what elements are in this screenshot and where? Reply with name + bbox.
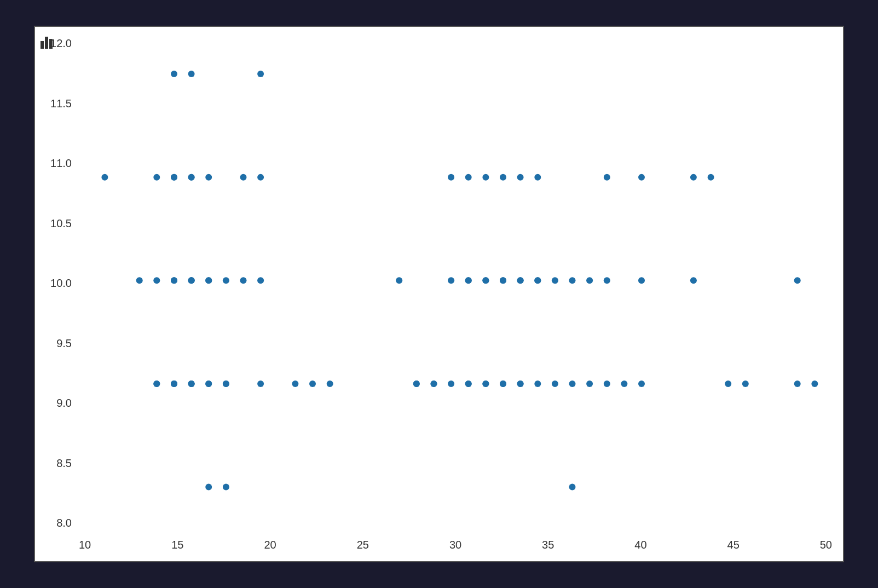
scatter-dot xyxy=(257,71,264,77)
scatter-dot xyxy=(240,174,247,181)
x-label-50: 50 xyxy=(820,539,832,551)
scatter-dot xyxy=(240,277,247,284)
x-label-45: 45 xyxy=(727,539,740,551)
scatter-dot xyxy=(465,174,472,181)
scatter-dot xyxy=(223,484,229,491)
scatter-dot xyxy=(794,381,801,387)
scatter-dot xyxy=(101,174,108,181)
scatter-dot xyxy=(517,174,524,181)
scatter-dot xyxy=(465,381,472,387)
scatter-dot xyxy=(223,277,229,284)
scatter-dot xyxy=(482,174,489,181)
x-label-40: 40 xyxy=(634,539,646,551)
x-label-10: 10 xyxy=(79,539,91,551)
scatter-dot xyxy=(205,484,212,491)
scatter-dot xyxy=(188,381,195,387)
scatter-dot xyxy=(448,174,454,181)
scatter-dot xyxy=(794,277,801,284)
scatter-dot xyxy=(500,381,506,387)
scatter-dot xyxy=(153,381,160,387)
scatter-dot xyxy=(413,381,420,387)
scatter-dot xyxy=(188,71,195,77)
scatter-dot xyxy=(292,381,298,387)
scatter-dot xyxy=(500,277,506,284)
scatter-dot xyxy=(569,277,576,284)
scatter-dot xyxy=(448,381,454,387)
scatter-dot xyxy=(257,381,264,387)
scatter-dot xyxy=(604,277,610,284)
scatter-dot xyxy=(171,174,177,181)
scatter-dot xyxy=(188,174,195,181)
scatter-dot xyxy=(223,381,229,387)
x-axis: 10 15 20 25 30 35 40 45 50 xyxy=(79,534,832,556)
scatter-dot xyxy=(171,381,177,387)
scatter-dot xyxy=(552,381,558,387)
x-label-25: 25 xyxy=(357,539,369,551)
x-label-20: 20 xyxy=(264,539,276,551)
scatter-dot xyxy=(205,277,212,284)
x-label-30: 30 xyxy=(449,539,461,551)
scatter-dot xyxy=(586,381,593,387)
y-label-11: 11.0 xyxy=(50,158,72,169)
y-label-9-5: 9.5 xyxy=(56,338,72,349)
scatter-dot xyxy=(621,381,627,387)
scatter-dot xyxy=(517,277,524,284)
scatter-dot xyxy=(396,277,402,284)
scatter-dot xyxy=(638,381,645,387)
scatter-dot xyxy=(690,277,697,284)
scatter-dot xyxy=(448,277,454,284)
scatter-dot xyxy=(534,277,541,284)
y-label-12: 12.0 xyxy=(50,38,72,49)
scatter-dot xyxy=(604,174,610,181)
scatter-dot xyxy=(569,484,576,491)
scatter-dot xyxy=(517,381,524,387)
scatter-dot xyxy=(431,381,437,387)
scatter-dot xyxy=(482,381,489,387)
y-label-8: 8.0 xyxy=(56,517,72,528)
scatter-dot xyxy=(604,381,610,387)
y-label-9: 9.0 xyxy=(56,397,72,408)
scatter-dot xyxy=(309,381,316,387)
scatter-dot xyxy=(569,381,576,387)
scatter-dot xyxy=(708,174,714,181)
chart-container: 12.0 11.5 11.0 10.5 10.0 9.5 9.0 8.5 8.0… xyxy=(34,26,844,562)
scatter-dot xyxy=(638,174,645,181)
scatter-dot xyxy=(136,277,143,284)
scatter-dot xyxy=(188,277,195,284)
scatter-dot xyxy=(690,174,697,181)
scatter-dot xyxy=(257,174,264,181)
scatter-dot xyxy=(153,174,160,181)
y-label-10-5: 10.5 xyxy=(50,218,72,229)
scatter-dot xyxy=(552,277,558,284)
scatter-dot xyxy=(638,277,645,284)
y-label-8-5: 8.5 xyxy=(56,458,72,469)
scatter-dot xyxy=(171,71,177,77)
scatter-dot xyxy=(465,277,472,284)
plot-area xyxy=(79,38,832,528)
y-label-11-5: 11.5 xyxy=(50,98,72,109)
scatter-dot xyxy=(725,381,731,387)
x-label-15: 15 xyxy=(171,539,183,551)
scatter-plot xyxy=(79,38,832,528)
scatter-dot xyxy=(327,381,333,387)
y-label-10: 10.0 xyxy=(50,278,72,289)
scatter-dot xyxy=(534,174,541,181)
y-axis: 12.0 11.5 11.0 10.5 10.0 9.5 9.0 8.5 8.0 xyxy=(35,38,76,528)
scatter-dot xyxy=(153,277,160,284)
scatter-dot xyxy=(205,174,212,181)
scatter-dot xyxy=(482,277,489,284)
scatter-dot xyxy=(205,381,212,387)
scatter-dot xyxy=(171,277,177,284)
scatter-dot xyxy=(500,174,506,181)
scatter-dot xyxy=(586,277,593,284)
scatter-dot xyxy=(534,381,541,387)
scatter-dot xyxy=(811,381,818,387)
x-label-35: 35 xyxy=(542,539,554,551)
scatter-dot xyxy=(742,381,749,387)
scatter-dot xyxy=(257,277,264,284)
